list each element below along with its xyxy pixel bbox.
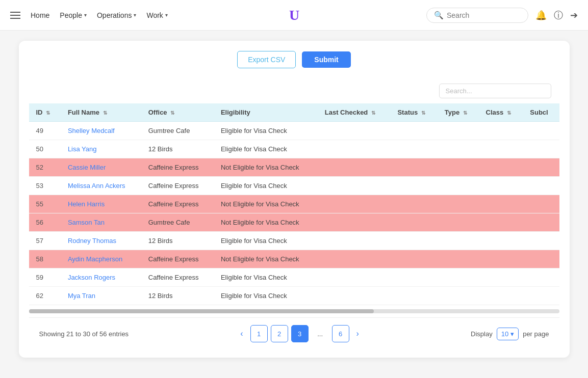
cell-last-checked: [318, 232, 391, 250]
col-fullname[interactable]: Full Name ⇅: [61, 103, 141, 122]
cell-office: 12 Birds: [141, 140, 214, 158]
sort-icon: ⇅: [463, 110, 467, 116]
cell-name[interactable]: Aydin Macpherson: [61, 250, 141, 268]
chevron-down-icon: ▾: [165, 12, 168, 18]
cell-name[interactable]: Mya Tran: [61, 287, 141, 305]
navbar-right: 🔍 🔔 ⓘ ➔: [426, 8, 578, 23]
per-page-select[interactable]: 10 ▾: [497, 328, 519, 340]
cell-type: [438, 250, 479, 268]
prev-page-button[interactable]: ‹: [236, 327, 247, 340]
page-dots: ...: [312, 325, 329, 342]
table-row: 49Shelley MedcalfGumtree CafeEligible fo…: [29, 122, 559, 140]
cell-subcl: [523, 250, 559, 268]
cell-eligibility: Eligible for Visa Check: [214, 140, 318, 158]
cell-name[interactable]: Cassie Miller: [61, 158, 141, 177]
cell-office: Caffeine Express: [141, 268, 214, 287]
cell-office: Gumtree Cafe: [141, 213, 214, 232]
col-office[interactable]: Office ⇅: [141, 103, 214, 122]
help-icon[interactable]: ⓘ: [554, 9, 563, 21]
app-logo: U: [289, 7, 299, 23]
cell-office: Caffeine Express: [141, 250, 214, 268]
col-id[interactable]: ID ⇅: [29, 103, 61, 122]
next-page-button[interactable]: ›: [352, 327, 363, 340]
notification-bell-icon[interactable]: 🔔: [535, 10, 547, 21]
cell-name[interactable]: Helen Harris: [61, 195, 141, 213]
per-page-label: per page: [523, 330, 549, 338]
scrollbar-thumb[interactable]: [29, 309, 374, 313]
page-2-button[interactable]: 2: [271, 325, 288, 342]
cell-type: [438, 140, 479, 158]
logout-icon[interactable]: ➔: [570, 10, 578, 21]
cell-status: [390, 250, 437, 268]
sort-icon: ⇅: [103, 110, 107, 116]
cell-status: [390, 268, 437, 287]
table-scroll-wrapper[interactable]: ID ⇅ Full Name ⇅ Office ⇅ Eligibility La…: [29, 103, 559, 305]
chevron-down-icon: ▾: [510, 330, 514, 338]
horizontal-scrollbar[interactable]: [29, 309, 559, 313]
cell-name[interactable]: Jackson Rogers: [61, 268, 141, 287]
table-row: 50Lisa Yang12 BirdsEligible for Visa Che…: [29, 140, 559, 158]
submit-button[interactable]: Submit: [302, 51, 350, 68]
cell-class: [479, 287, 523, 305]
nav-operations[interactable]: Operations ▾: [97, 7, 136, 23]
nav-home[interactable]: Home: [31, 11, 49, 19]
cell-eligibility: Eligible for Visa Check: [214, 287, 318, 305]
col-subcl[interactable]: Subcl: [523, 103, 559, 122]
table-search-input[interactable]: [439, 84, 551, 98]
export-csv-button[interactable]: Export CSV: [237, 51, 296, 68]
cell-subcl: [523, 195, 559, 213]
page-3-button[interactable]: 3: [291, 325, 309, 342]
sort-icon: ⇅: [46, 110, 50, 116]
cell-class: [479, 158, 523, 177]
cell-class: [479, 122, 523, 140]
page-1-button[interactable]: 1: [250, 325, 268, 342]
table-row: 52Cassie MillerCaffeine ExpressNot Eligi…: [29, 158, 559, 177]
display-label: Display: [471, 330, 493, 338]
cell-name[interactable]: Rodney Thomas: [61, 232, 141, 250]
pagination-info: Showing 21 to 30 of 56 entries: [39, 330, 129, 338]
cell-eligibility: Not Eligible for Visa Check: [214, 250, 318, 268]
table-row: 55Helen HarrisCaffeine ExpressNot Eligib…: [29, 195, 559, 213]
nav-work[interactable]: Work ▾: [146, 7, 167, 23]
col-lastchecked[interactable]: Last Checked ⇅: [318, 103, 391, 122]
cell-name[interactable]: Melissa Ann Ackers: [61, 177, 141, 195]
nav-work-label: Work: [146, 11, 163, 19]
cell-eligibility: Eligible for Visa Check: [214, 232, 318, 250]
col-type[interactable]: Type ⇅: [438, 103, 479, 122]
menu-icon[interactable]: [10, 12, 20, 19]
cell-class: [479, 232, 523, 250]
sort-icon: ⇅: [371, 110, 375, 116]
cell-name[interactable]: Samson Tan: [61, 213, 141, 232]
cell-class: [479, 250, 523, 268]
nav-search-box[interactable]: 🔍: [426, 8, 528, 23]
per-page-value: 10: [501, 330, 508, 338]
cell-last-checked: [318, 177, 391, 195]
cell-id: 59: [29, 268, 61, 287]
col-class[interactable]: Class ⇅: [479, 103, 523, 122]
cell-name[interactable]: Lisa Yang: [61, 140, 141, 158]
cell-eligibility: Eligible for Visa Check: [214, 177, 318, 195]
cell-eligibility: Not Eligible for Visa Check: [214, 213, 318, 232]
sort-icon: ⇅: [421, 110, 425, 116]
cell-subcl: [523, 213, 559, 232]
nav-people[interactable]: People ▾: [60, 7, 87, 23]
cell-name[interactable]: Shelley Medcalf: [61, 122, 141, 140]
cell-id: 62: [29, 287, 61, 305]
cell-office: 12 Birds: [141, 287, 214, 305]
col-eligibility[interactable]: Eligibility: [214, 103, 318, 122]
nav-operations-label: Operations: [97, 11, 132, 19]
col-status[interactable]: Status ⇅: [390, 103, 437, 122]
cell-status: [390, 177, 437, 195]
cell-status: [390, 287, 437, 305]
cell-status: [390, 232, 437, 250]
nav-search-input[interactable]: [447, 11, 521, 19]
cell-last-checked: [318, 268, 391, 287]
page-6-button[interactable]: 6: [332, 325, 349, 342]
cell-office: Gumtree Cafe: [141, 122, 214, 140]
cell-type: [438, 268, 479, 287]
cell-type: [438, 232, 479, 250]
cell-class: [479, 177, 523, 195]
cell-office: Caffeine Express: [141, 195, 214, 213]
pagination-bar: Showing 21 to 30 of 56 entries ‹ 1 2 3 .…: [29, 317, 559, 349]
cell-class: [479, 195, 523, 213]
